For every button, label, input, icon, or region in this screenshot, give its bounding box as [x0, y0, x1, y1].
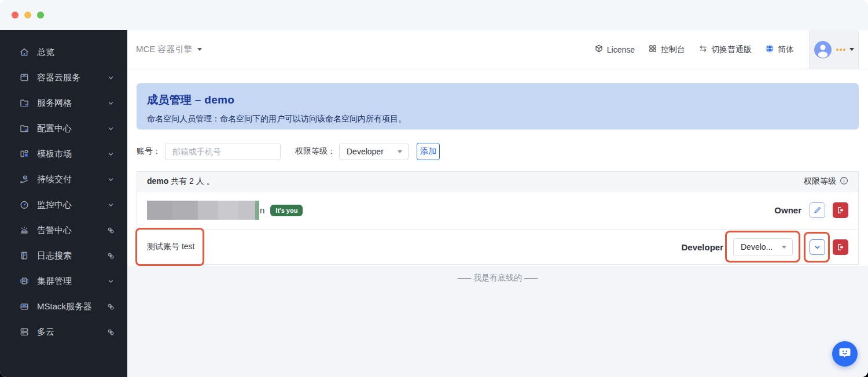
switch-edition-button[interactable]: 切换普通版 — [698, 44, 752, 55]
sidebar-item-overview[interactable]: 总览 — [0, 39, 127, 65]
console-button[interactable]: 控制台 — [648, 44, 685, 55]
sidebar-item-template-market[interactable]: 模板市场 — [0, 141, 127, 167]
member-role-select[interactable]: Develo... — [733, 238, 793, 256]
external-link-icon — [107, 328, 115, 336]
member-role: Owner — [774, 205, 801, 215]
external-link-icon — [107, 227, 115, 234]
license-cube-icon — [594, 44, 604, 55]
container-box-icon — [19, 72, 30, 83]
alarm-icon — [19, 225, 30, 235]
member-name-fragment: n — [260, 205, 264, 215]
sidebar-item-label: 模板市场 — [37, 149, 107, 160]
chevron-down-icon — [197, 48, 202, 51]
license-label: License — [607, 45, 635, 54]
support-chat-button[interactable] — [832, 341, 858, 367]
gauge-icon — [19, 199, 30, 210]
info-icon[interactable] — [840, 176, 848, 187]
sidebar-item-container-cloud[interactable]: 容器云服务 — [0, 65, 127, 90]
add-button[interactable]: 添加 — [417, 143, 440, 160]
remove-member-button[interactable] — [833, 202, 848, 218]
role-select-value: Developer — [347, 147, 384, 156]
sidebar-item-monitor-center[interactable]: 监控中心 — [0, 192, 127, 217]
window-controls — [12, 12, 44, 19]
sidebar-item-label: 集群管理 — [37, 276, 107, 287]
chevron-down-icon — [107, 99, 115, 107]
delivery-hand-icon — [19, 174, 30, 184]
locale-label: 简体 — [778, 45, 794, 55]
template-icon — [19, 149, 30, 159]
select-caret-icon — [398, 150, 402, 153]
role-label: 权限等级： — [295, 146, 336, 157]
edit-role-button[interactable] — [810, 202, 825, 218]
sidebar-item-service-mesh[interactable]: 服务网格 — [0, 90, 127, 116]
member-count-summary: demo 共有 2 人 。 — [147, 176, 215, 187]
sidebar-item-label: 持续交付 — [37, 174, 107, 185]
add-member-form: 账号： 权限等级： Developer 添加 — [137, 143, 859, 160]
minimize-button[interactable] — [24, 12, 31, 19]
locale-button[interactable]: 简体 — [765, 44, 794, 55]
expand-role-button[interactable] — [810, 239, 825, 255]
page-title: 成员管理 – demo — [147, 93, 848, 108]
table-header: demo 共有 2 人 。 权限等级 — [137, 172, 858, 191]
table-row: n It's you Owner — [137, 191, 858, 230]
swap-arrows-icon — [698, 44, 708, 55]
license-button[interactable]: License — [594, 44, 635, 55]
sidebar-item-continuous-delivery[interactable]: 持续交付 — [0, 167, 127, 192]
globe-icon — [765, 44, 774, 55]
user-menu[interactable] — [809, 30, 859, 69]
product-switcher[interactable]: MCE 容器引擎 — [136, 44, 202, 55]
server-icon — [19, 301, 30, 312]
sidebar-item-label: 告警中心 — [37, 225, 107, 236]
chat-bubble-icon — [838, 346, 852, 362]
sidebar-item-mstack-server[interactable]: MStack服务器 — [0, 294, 127, 319]
product-switcher-label: MCE 容器引擎 — [136, 44, 193, 55]
role-select[interactable]: Developer — [339, 143, 409, 160]
sidebar-item-cluster-management[interactable]: 集群管理 — [0, 268, 127, 294]
remove-member-button[interactable] — [833, 239, 848, 255]
role-column-header: 权限等级 — [804, 176, 848, 187]
sidebar-item-label: MStack服务器 — [37, 301, 107, 312]
zoom-button[interactable] — [37, 12, 44, 19]
window-titlebar — [0, 0, 868, 30]
sidebar-item-label: 监控中心 — [37, 199, 107, 210]
sidebar: 总览 容器云服务 服务网格 配置中心 模板市场 — [0, 30, 127, 377]
sidebar-item-config-center[interactable]: 配置中心 — [0, 116, 127, 141]
chevron-down-icon — [107, 176, 115, 183]
namespace-name: demo — [147, 176, 168, 186]
sidebar-item-multicloud[interactable]: 多云 — [0, 319, 127, 345]
console-grid-icon — [648, 44, 657, 55]
close-button[interactable] — [12, 12, 19, 19]
chevron-down-icon — [107, 201, 115, 209]
folder-gear-icon — [19, 123, 30, 134]
sidebar-item-log-search[interactable]: 日志搜索 — [0, 243, 127, 268]
select-caret-icon — [782, 246, 786, 249]
member-panel: 成员管理 – demo 命名空间人员管理：命名空间下的用户可以访问该命名空间内所… — [127, 69, 868, 266]
member-role-select-value: Develo... — [741, 242, 773, 252]
member-name: 测试账号 test — [147, 242, 194, 252]
redacted-member-name — [147, 201, 259, 220]
member-table: demo 共有 2 人 。 权限等级 n It's you — [137, 171, 859, 265]
app-window: 总览 容器云服务 服务网格 配置中心 模板市场 — [0, 0, 868, 377]
member-role: Developer — [681, 242, 723, 252]
sidebar-item-label: 多云 — [37, 327, 107, 338]
its-you-badge: It's you — [270, 205, 303, 216]
app-header: MCE 容器引擎 License 控制台 切换普通版 — [127, 30, 868, 69]
chevron-down-icon — [107, 125, 115, 132]
chevron-down-icon — [107, 74, 115, 82]
console-label: 控制台 — [661, 45, 685, 55]
sidebar-item-label: 服务网格 — [37, 98, 107, 109]
page-subtitle: 命名空间人员管理：命名空间下的用户可以访问该命名空间内所有项目。 — [147, 114, 848, 124]
folder-dot-icon — [19, 98, 30, 108]
avatar — [814, 41, 832, 58]
sidebar-item-label: 容器云服务 — [37, 72, 107, 83]
sidebar-item-label: 配置中心 — [37, 123, 107, 134]
cluster-icon — [19, 276, 30, 286]
sidebar-item-alert-center[interactable]: 告警中心 — [0, 217, 127, 243]
account-input[interactable] — [165, 143, 281, 160]
account-label: 账号： — [137, 146, 161, 157]
ellipsis-icon — [836, 49, 845, 51]
external-link-icon — [107, 252, 115, 260]
sidebar-item-label: 日志搜索 — [37, 250, 107, 261]
main-content: 成员管理 – demo 命名空间人员管理：命名空间下的用户可以访问该命名空间内所… — [127, 69, 868, 377]
multicloud-servers-icon — [19, 327, 30, 337]
